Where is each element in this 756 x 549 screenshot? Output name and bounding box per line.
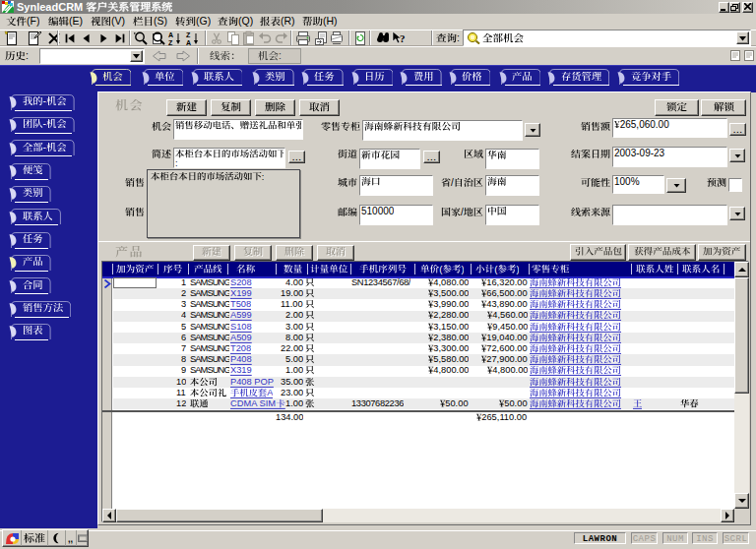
svg-text:43,890.00: 43,890.00 bbox=[487, 300, 528, 309]
svg-text:SAMSUNG: SAMSUNG bbox=[190, 334, 230, 342]
svg-text:CDMA SIM: CDMA SIM bbox=[230, 399, 276, 408]
svg-text:A509: A509 bbox=[230, 334, 252, 342]
svg-text:2,280.00: 2,280.00 bbox=[433, 311, 469, 320]
svg-text:A599: A599 bbox=[230, 311, 252, 320]
svg-text:Z: Z bbox=[186, 31, 191, 38]
svg-text:23.00: 23.00 bbox=[281, 389, 303, 397]
svg-text:6: 6 bbox=[181, 334, 186, 342]
svg-text:5,580.00: 5,580.00 bbox=[433, 355, 469, 364]
svg-text:8: 8 bbox=[181, 355, 186, 364]
svg-text:22.00: 22.00 bbox=[281, 344, 303, 353]
svg-text:13307682236: 13307682236 bbox=[351, 399, 404, 408]
svg-text:): ) bbox=[516, 265, 519, 274]
svg-text:SN1234567/68/: SN1234567/68/ bbox=[351, 278, 410, 287]
svg-text:9,450.00: 9,450.00 bbox=[492, 323, 528, 332]
svg-text::: : bbox=[261, 172, 264, 182]
svg-text:A: A bbox=[186, 39, 191, 46]
svg-text:72,600.00: 72,600.00 bbox=[487, 344, 528, 353]
svg-text:4,080.00: 4,080.00 bbox=[433, 278, 469, 287]
svg-text:3,150.00: 3,150.00 bbox=[433, 323, 469, 332]
svg-text:-: - bbox=[42, 119, 45, 129]
svg-text:2: 2 bbox=[181, 289, 186, 298]
svg-text:A: A bbox=[168, 31, 173, 38]
svg-text:12: 12 bbox=[176, 399, 186, 408]
svg-text:8.00: 8.00 bbox=[285, 334, 303, 342]
svg-text:X199: X199 bbox=[230, 289, 252, 298]
svg-text:100%: 100% bbox=[614, 177, 640, 187]
svg-text:27,900.00: 27,900.00 bbox=[487, 355, 528, 364]
svg-text:1.00: 1.00 bbox=[285, 366, 303, 375]
svg-text:3.00: 3.00 bbox=[285, 323, 303, 332]
svg-text:5: 5 bbox=[181, 323, 186, 332]
svg-text:SAMSUNG: SAMSUNG bbox=[190, 289, 230, 298]
svg-text:1.00: 1.00 bbox=[285, 399, 303, 408]
svg-text:4: 4 bbox=[181, 311, 186, 320]
svg-text:19.00: 19.00 bbox=[281, 289, 303, 298]
svg-text:(: ( bbox=[494, 265, 498, 274]
svg-text:1: 1 bbox=[181, 278, 186, 287]
svg-text:SAMSUNG: SAMSUNG bbox=[190, 278, 230, 287]
svg-text:(F): (F) bbox=[27, 17, 39, 27]
svg-text:7: 7 bbox=[181, 344, 186, 353]
svg-text:-: - bbox=[42, 143, 45, 152]
svg-text:3,500.00: 3,500.00 bbox=[433, 289, 469, 298]
svg-text:X319: X319 bbox=[230, 366, 252, 375]
svg-text:T508: T508 bbox=[230, 300, 251, 309]
svg-text:Z: Z bbox=[168, 39, 173, 46]
svg-text:A: A bbox=[267, 389, 273, 397]
svg-text::: : bbox=[279, 51, 282, 61]
svg-text:2003-09-23: 2003-09-23 bbox=[614, 149, 664, 158]
svg-text:265,060.00: 265,060.00 bbox=[620, 120, 669, 130]
svg-text:SAMSUNG: SAMSUNG bbox=[190, 300, 230, 309]
svg-text:SAMSUNG: SAMSUNG bbox=[190, 355, 230, 364]
svg-text:-: - bbox=[42, 96, 45, 106]
svg-text:4,800.00: 4,800.00 bbox=[492, 366, 528, 375]
svg-text:4,560.00: 4,560.00 bbox=[492, 311, 528, 320]
svg-text:(V): (V) bbox=[111, 17, 125, 27]
svg-text:11: 11 bbox=[176, 389, 186, 397]
svg-text:510000: 510000 bbox=[361, 207, 394, 216]
svg-text:4.00: 4.00 bbox=[285, 278, 303, 287]
svg-text:P408 POP: P408 POP bbox=[230, 378, 274, 387]
svg-text:(: ( bbox=[439, 265, 443, 274]
svg-text:2,380.00: 2,380.00 bbox=[433, 334, 469, 342]
svg-text:35.00: 35.00 bbox=[281, 378, 303, 387]
svg-text:(E): (E) bbox=[69, 17, 83, 27]
svg-text:?: ? bbox=[400, 32, 406, 44]
svg-text:2.00: 2.00 bbox=[285, 311, 303, 320]
svg-text:(S): (S) bbox=[154, 17, 167, 27]
svg-text:(Q): (Q) bbox=[238, 17, 253, 27]
svg-text:3: 3 bbox=[181, 300, 186, 309]
svg-text:16,320.00: 16,320.00 bbox=[487, 278, 528, 287]
svg-text:/: / bbox=[451, 178, 454, 188]
svg-text:66,500.00: 66,500.00 bbox=[487, 289, 528, 298]
svg-text:T208: T208 bbox=[230, 344, 251, 353]
svg-text:5.00: 5.00 bbox=[285, 355, 303, 364]
svg-text:S108: S108 bbox=[230, 323, 252, 332]
svg-text:/: / bbox=[461, 208, 464, 217]
svg-text:(H): (H) bbox=[323, 17, 338, 27]
svg-text:4,800.00: 4,800.00 bbox=[433, 366, 469, 375]
svg-text:134.00: 134.00 bbox=[276, 413, 303, 422]
svg-text:(G): (G) bbox=[196, 17, 211, 27]
svg-text:SAMSUNG: SAMSUNG bbox=[190, 311, 230, 320]
svg-text:3,990.00: 3,990.00 bbox=[433, 300, 469, 309]
svg-text:11.00: 11.00 bbox=[281, 300, 303, 309]
svg-text:10: 10 bbox=[176, 378, 186, 387]
svg-text::: : bbox=[457, 33, 460, 43]
svg-text:19,040.00: 19,040.00 bbox=[487, 334, 528, 342]
svg-text:P408: P408 bbox=[230, 355, 252, 364]
svg-text:50.00: 50.00 bbox=[505, 399, 528, 408]
svg-text::: : bbox=[26, 51, 29, 61]
svg-text:SAMSUNG: SAMSUNG bbox=[190, 323, 230, 332]
svg-text:S208: S208 bbox=[230, 278, 252, 287]
svg-text:265,110.00: 265,110.00 bbox=[481, 413, 527, 422]
svg-text:SAMSUNG: SAMSUNG bbox=[190, 344, 230, 353]
svg-text:3,300.00: 3,300.00 bbox=[433, 344, 469, 353]
svg-text:): ) bbox=[461, 265, 464, 274]
svg-text:9: 9 bbox=[181, 366, 186, 375]
svg-text:(R): (R) bbox=[281, 17, 295, 27]
svg-text:SynleadCRM: SynleadCRM bbox=[17, 2, 83, 13]
svg-text:50.00: 50.00 bbox=[446, 399, 469, 408]
svg-text:SAMSUNG: SAMSUNG bbox=[190, 366, 230, 375]
